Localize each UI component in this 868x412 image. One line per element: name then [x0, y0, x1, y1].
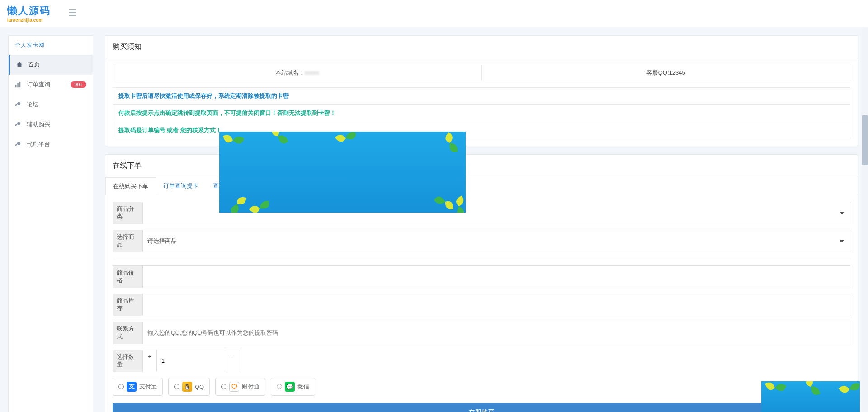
svg-rect-4 — [17, 83, 19, 88]
label-price: 商品价格 — [113, 265, 142, 288]
floating-banner-small — [761, 381, 860, 412]
sidebar-item-label: 首页 — [28, 61, 40, 69]
form-qty: 选择数量 + - — [113, 350, 850, 372]
sidebar-item-brush[interactable]: 代刷平台 — [9, 134, 93, 154]
pay-alipay[interactable]: 支 支付宝 — [113, 378, 163, 396]
pay-tenpay[interactable]: 🛡 财付通 — [215, 378, 265, 396]
form-stock: 商品库存 — [113, 294, 850, 316]
form-price: 商品价格 — [113, 265, 850, 288]
logo[interactable]: 懒人源码 lanrenzhijia.com — [7, 4, 51, 23]
qq-cell: 客服QQ:12345 — [481, 65, 850, 81]
input-price — [142, 265, 850, 288]
order-panel-title: 在线下单 — [105, 155, 858, 177]
sidebar-item-orders[interactable]: 订单查询 99+ — [9, 75, 93, 95]
badge-count: 99+ — [71, 81, 86, 88]
key-icon — [15, 101, 23, 108]
pay-label: 微信 — [297, 383, 309, 391]
buy-button[interactable]: 立即购买 — [113, 403, 850, 412]
scrollbar[interactable] — [862, 27, 868, 412]
domain-value: xxxxx — [305, 69, 320, 76]
sidebar-item-label: 代刷平台 — [27, 140, 50, 148]
sidebar-item-label: 订单查询 — [27, 81, 50, 89]
pay-label: QQ — [195, 384, 204, 390]
tabs: 在线购买下单 订单查询提卡 查询历史订 — [105, 177, 858, 195]
notice-panel-title: 购买须知 — [105, 36, 858, 58]
form-product: 选择商品 请选择商品 — [113, 230, 850, 252]
qty-plus-button[interactable]: + — [142, 350, 157, 372]
sidebar-item-home[interactable]: 首页 — [9, 55, 93, 75]
scrollbar-thumb[interactable] — [862, 115, 868, 165]
sidebar-item-assist[interactable]: 辅助购买 — [9, 114, 93, 134]
input-stock — [142, 294, 850, 316]
radio-qq[interactable] — [174, 384, 179, 389]
info-row: 本站域名：xxxxx 客服QQ:12345 — [113, 65, 850, 81]
alipay-icon: 支 — [127, 382, 137, 392]
svg-rect-5 — [19, 82, 21, 87]
chart-icon — [15, 81, 23, 88]
input-contact[interactable] — [142, 322, 850, 344]
sidebar-item-label: 论坛 — [27, 100, 38, 109]
logo-text: 懒人源码 — [7, 4, 51, 18]
notice-line: 提取卡密后请尽快激活使用或保存好，系统定期清除被提取的卡密 — [113, 88, 850, 105]
domain-cell: 本站域名：xxxxx — [113, 65, 481, 81]
radio-wechat[interactable] — [277, 384, 282, 389]
main-content: 购买须知 本站域名：xxxxx 客服QQ:12345 提取卡密后请尽快激活使用或… — [93, 35, 868, 412]
tenpay-icon: 🛡 — [229, 382, 239, 392]
qty-minus-button[interactable]: - — [225, 350, 239, 372]
qq-icon: 🐧 — [182, 382, 192, 392]
wechat-icon: 💬 — [285, 382, 295, 392]
pay-qq[interactable]: 🐧 QQ — [168, 378, 210, 396]
sidebar-item-forum[interactable]: 论坛 — [9, 95, 93, 114]
radio-tenpay[interactable] — [221, 384, 226, 389]
page-header: 懒人源码 lanrenzhijia.com — [0, 0, 868, 27]
sidebar-title: 个人发卡网 — [9, 36, 93, 55]
pay-wechat[interactable]: 💬 微信 — [271, 378, 315, 396]
pay-row: 支 支付宝 🐧 QQ 🛡 财付通 💬 — [113, 378, 850, 396]
floating-banner-big — [219, 132, 466, 213]
pay-label: 支付宝 — [139, 383, 157, 391]
radio-alipay[interactable] — [118, 384, 124, 389]
form-divider — [113, 259, 850, 259]
form-contact: 联系方式 — [113, 322, 850, 344]
notice-panel: 购买须知 本站域名：xxxxx 客服QQ:12345 提取卡密后请尽快激活使用或… — [105, 35, 858, 146]
hamburger-icon[interactable] — [64, 7, 80, 20]
logo-subtitle: lanrenzhijia.com — [7, 18, 51, 23]
notice-line: 付款后按提示点击确定跳转到提取页面，不可提前关闭窗口！否则无法提取到卡密！ — [113, 105, 850, 122]
home-icon — [16, 62, 24, 68]
label-contact: 联系方式 — [113, 322, 142, 344]
sidebar: 个人发卡网 首页 订单查询 99+ 论坛 辅助购买 代刷平台 — [8, 35, 93, 412]
label-product: 选择商品 — [113, 230, 142, 252]
order-panel: 在线下单 在线购买下单 订单查询提卡 查询历史订 商品分类 选择商品 请选择商品 — [105, 154, 858, 412]
tab-query[interactable]: 订单查询提卡 — [156, 177, 206, 195]
domain-label: 本站域名： — [275, 69, 305, 76]
input-qty[interactable] — [157, 350, 225, 372]
label-category: 商品分类 — [113, 202, 142, 224]
tab-buy[interactable]: 在线购买下单 — [105, 177, 156, 195]
label-qty: 选择数量 — [113, 350, 142, 372]
pay-label: 财付通 — [242, 383, 259, 391]
key-icon — [15, 121, 23, 128]
svg-rect-3 — [15, 85, 17, 87]
sidebar-item-label: 辅助购买 — [27, 120, 50, 128]
key-icon — [15, 141, 23, 147]
select-product[interactable]: 请选择商品 — [142, 230, 850, 252]
label-stock: 商品库存 — [113, 294, 142, 316]
